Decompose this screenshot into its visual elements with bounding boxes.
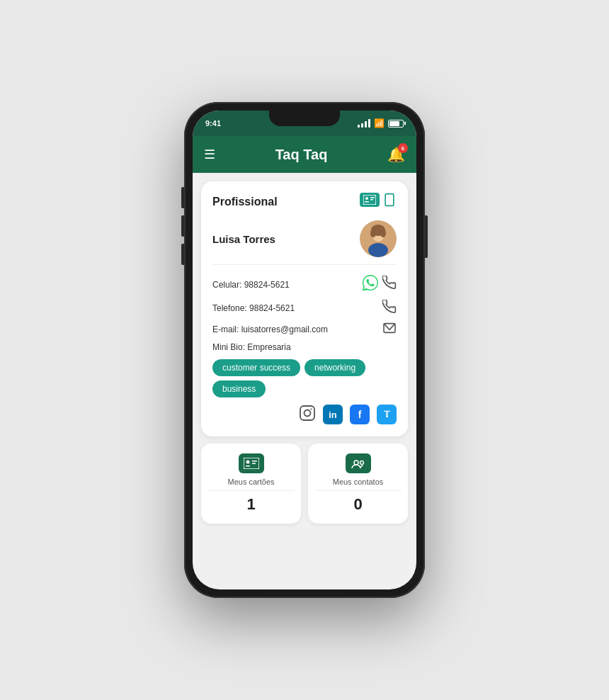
svg-point-16 — [304, 410, 311, 417]
telefone-label: Telefone: 98824-5621 — [212, 303, 295, 313]
telefone-row: Telefone: 98824-5621 — [212, 300, 397, 317]
email-icons — [382, 322, 397, 337]
tag-networking[interactable]: networking — [304, 359, 365, 376]
battery-fill — [389, 121, 399, 126]
bottom-cards: Meus cartões 1 Meus contatos — [201, 444, 408, 524]
phone-call-icon[interactable] — [382, 276, 397, 293]
divider-2 — [315, 490, 401, 491]
tag-business[interactable]: business — [212, 380, 266, 397]
notch — [269, 111, 340, 126]
signal-icon — [358, 119, 370, 128]
svg-rect-20 — [246, 465, 250, 467]
phone-screen: 9:41 📶 ☰ Taq Taq 🔔 6 — [193, 111, 416, 589]
profile-row: Luisa Torres — [212, 220, 397, 265]
my-contacts-icon — [346, 453, 371, 473]
my-contacts-card[interactable]: Meus contatos 0 — [308, 444, 408, 524]
my-contacts-label: Meus contatos — [333, 478, 384, 486]
card-header: Profissional — [212, 193, 397, 210]
tag-customer-success[interactable]: customer success — [212, 359, 300, 376]
status-time: 9:41 — [205, 119, 221, 128]
whatsapp-icon[interactable] — [363, 275, 378, 294]
svg-rect-22 — [252, 463, 256, 465]
my-cards-label: Meus cartões — [227, 478, 274, 486]
svg-rect-2 — [365, 201, 369, 203]
card-type-label: Profissional — [212, 196, 278, 208]
svg-rect-21 — [252, 461, 257, 462]
avatar — [360, 220, 397, 257]
power-button — [425, 215, 428, 258]
celular-icons — [363, 275, 397, 294]
svg-point-24 — [360, 461, 363, 465]
svg-point-1 — [365, 197, 368, 200]
svg-rect-4 — [370, 199, 373, 201]
app-title: Taq Taq — [275, 147, 328, 163]
svg-rect-5 — [385, 194, 394, 206]
business-card: Profissional — [201, 181, 408, 436]
twitter-icon[interactable]: 𝕋 — [377, 405, 397, 425]
svg-rect-3 — [370, 197, 375, 198]
email-label: E-mail: luisatorres@gmail.com — [212, 324, 328, 334]
email-icon[interactable] — [382, 322, 397, 337]
status-icons: 📶 — [358, 118, 404, 128]
my-cards-icon — [239, 453, 264, 473]
phone-icon[interactable] — [382, 300, 397, 317]
social-row: in f 𝕋 — [212, 405, 397, 425]
vcard-icon — [360, 193, 380, 207]
celular-row: Celular: 98824-5621 — [212, 275, 397, 294]
battery-icon — [388, 120, 404, 128]
menu-button[interactable]: ☰ — [204, 147, 215, 162]
linkedin-icon[interactable]: in — [323, 405, 343, 425]
telefone-icons — [382, 300, 397, 317]
volume-down-button — [181, 215, 184, 237]
svg-point-13 — [380, 229, 386, 237]
divider — [208, 490, 294, 491]
svg-point-19 — [246, 461, 249, 464]
profile-name: Luisa Torres — [212, 233, 275, 245]
phone-card-icon — [382, 193, 397, 210]
my-cards-count: 1 — [246, 495, 255, 514]
notification-badge: 6 — [398, 143, 408, 153]
app-bar: ☰ Taq Taq 🔔 6 — [193, 136, 416, 173]
mute-button — [181, 244, 184, 265]
facebook-icon[interactable]: f — [350, 405, 370, 425]
notification-button[interactable]: 🔔 6 — [387, 146, 405, 163]
svg-point-17 — [311, 409, 312, 410]
phone-mockup: 9:41 📶 ☰ Taq Taq 🔔 6 — [184, 102, 425, 598]
svg-rect-0 — [363, 195, 376, 205]
svg-point-23 — [354, 461, 358, 465]
my-cards-card[interactable]: Meus cartões 1 — [201, 444, 301, 524]
email-row: E-mail: luisatorres@gmail.com — [212, 322, 397, 337]
scroll-content: Profissional — [193, 173, 416, 589]
celular-label: Celular: 98824-5621 — [212, 280, 290, 290]
mini-bio: Mini Bio: Empresaria — [212, 342, 397, 352]
instagram-icon[interactable] — [299, 405, 316, 425]
volume-up-button — [181, 187, 184, 208]
card-type-icons — [360, 193, 397, 210]
svg-rect-18 — [244, 458, 259, 469]
wifi-icon: 📶 — [374, 118, 385, 128]
svg-rect-15 — [300, 406, 314, 420]
svg-point-12 — [370, 229, 376, 237]
tags-section: customer success networking business — [212, 359, 397, 397]
svg-point-10 — [368, 243, 388, 257]
my-contacts-count: 0 — [353, 495, 362, 514]
